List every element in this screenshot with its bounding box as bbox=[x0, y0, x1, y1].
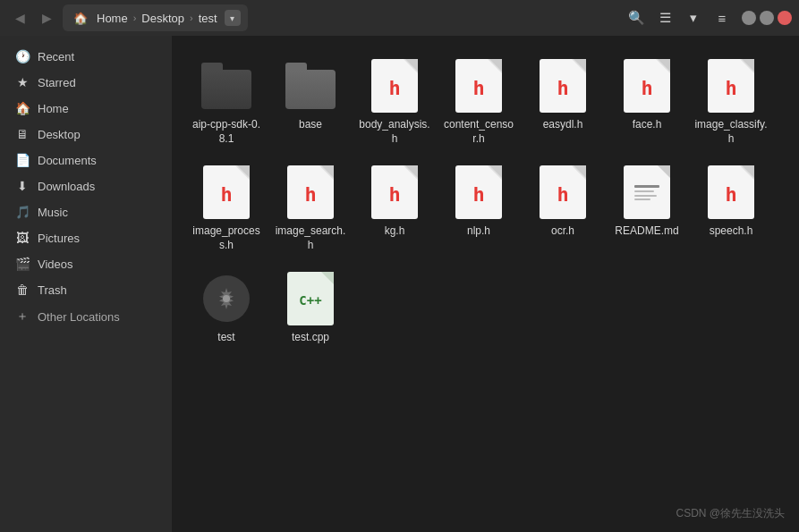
breadcrumb: 🏠 Home › Desktop › test ▾ bbox=[63, 4, 248, 31]
sidebar-label-music: Music bbox=[38, 206, 157, 219]
sidebar-label-downloads: Downloads bbox=[38, 180, 157, 193]
file-name: nlp.h bbox=[467, 224, 490, 239]
h-file-icon: h bbox=[201, 164, 251, 221]
sidebar-item-recent[interactable]: 🕐 Recent bbox=[4, 44, 168, 69]
breadcrumb-desktop[interactable]: Desktop bbox=[138, 10, 188, 27]
home-icon: 🏠 bbox=[14, 101, 30, 115]
file-name: aip-cpp-sdk-0.8.1 bbox=[190, 118, 263, 146]
minimize-button[interactable]: ─ bbox=[742, 11, 756, 25]
file-name: content_censor.h bbox=[442, 118, 515, 146]
file-item[interactable]: h kg.h bbox=[354, 156, 435, 259]
list-view-button[interactable]: ☰ bbox=[652, 5, 677, 30]
file-item[interactable]: h nlp.h bbox=[438, 156, 519, 259]
file-item[interactable]: C++ test.cpp bbox=[270, 263, 351, 352]
h-file-icon: h bbox=[538, 57, 588, 114]
menu-button[interactable]: ≡ bbox=[710, 5, 735, 30]
h-file-icon: h bbox=[538, 164, 588, 221]
svg-rect-1 bbox=[634, 190, 654, 192]
sidebar-item-videos[interactable]: 🎬 Videos bbox=[4, 251, 168, 276]
close-button[interactable]: ✕ bbox=[778, 11, 792, 25]
view-options-button[interactable]: ▾ bbox=[681, 5, 706, 30]
window-controls: ─ □ ✕ bbox=[742, 11, 792, 25]
documents-icon: 📄 bbox=[14, 153, 30, 167]
add-icon: ＋ bbox=[14, 308, 30, 325]
h-file-icon: h bbox=[370, 57, 420, 114]
file-name: ocr.h bbox=[551, 224, 574, 239]
sidebar-item-starred[interactable]: ★ Starred bbox=[4, 70, 168, 95]
videos-icon: 🎬 bbox=[14, 257, 30, 271]
breadcrumb-home[interactable]: Home bbox=[93, 10, 132, 27]
breadcrumb-sep2: › bbox=[190, 13, 193, 23]
pictures-icon: 🖼 bbox=[14, 231, 30, 245]
downloads-icon: ⬇ bbox=[14, 179, 30, 193]
forward-button[interactable]: ▶ bbox=[34, 5, 59, 30]
recent-icon: 🕐 bbox=[14, 49, 30, 63]
exec-file-icon bbox=[201, 270, 251, 327]
h-file-icon: h bbox=[706, 164, 756, 221]
search-button[interactable]: 🔍 bbox=[624, 5, 649, 30]
sidebar-label-videos: Videos bbox=[38, 258, 157, 271]
sidebar-label-desktop: Desktop bbox=[38, 128, 157, 141]
sidebar-item-other-locations[interactable]: ＋ Other Locations bbox=[4, 303, 168, 330]
starred-icon: ★ bbox=[14, 75, 30, 89]
svg-rect-2 bbox=[634, 195, 657, 197]
file-item[interactable]: h speech.h bbox=[691, 156, 771, 259]
file-name: face.h bbox=[633, 118, 662, 132]
file-name: image_search.h bbox=[274, 224, 347, 252]
breadcrumb-test[interactable]: test bbox=[195, 10, 221, 27]
sidebar-item-documents[interactable]: 📄 Documents bbox=[4, 148, 168, 173]
file-name: body_analysis.h bbox=[358, 118, 431, 146]
svg-rect-3 bbox=[634, 198, 650, 200]
folder-dark-icon bbox=[201, 57, 251, 114]
h-file-icon: h bbox=[706, 57, 756, 114]
sidebar-item-trash[interactable]: 🗑 Trash bbox=[4, 277, 168, 302]
sidebar-item-home[interactable]: 🏠 Home bbox=[4, 96, 168, 121]
file-item[interactable]: h image_classify.h bbox=[691, 50, 771, 153]
cpp-file-icon: C++ bbox=[285, 270, 336, 327]
file-item[interactable]: base bbox=[270, 50, 351, 153]
titlebar: ◀ ▶ 🏠 Home › Desktop › test ▾ 🔍 ☰ ▾ ≡ ─ … bbox=[0, 0, 799, 36]
breadcrumb-sep1: › bbox=[133, 13, 137, 23]
md-file-icon bbox=[622, 164, 672, 221]
file-item[interactable]: h easydl.h bbox=[523, 50, 603, 153]
file-name: image_process.h bbox=[190, 224, 263, 252]
file-name: test.cpp bbox=[292, 331, 329, 345]
file-item[interactable]: h ocr.h bbox=[523, 156, 603, 259]
file-item[interactable]: h content_censor.h bbox=[438, 50, 519, 153]
sidebar-label-trash: Trash bbox=[38, 283, 157, 297]
sidebar-item-music[interactable]: 🎵 Music bbox=[4, 199, 168, 224]
sidebar-item-desktop[interactable]: 🖥 Desktop bbox=[4, 122, 168, 147]
sidebar-item-downloads[interactable]: ⬇ Downloads bbox=[4, 173, 168, 198]
main-area: 🕐 Recent ★ Starred 🏠 Home 🖥 Desktop 📄 Do… bbox=[0, 36, 799, 532]
file-name: README.md bbox=[615, 224, 678, 239]
sidebar-label-starred: Starred bbox=[38, 76, 157, 89]
file-item[interactable]: h image_process.h bbox=[186, 156, 267, 259]
sidebar-label-recent: Recent bbox=[38, 50, 157, 63]
file-item[interactable]: h body_analysis.h bbox=[354, 50, 435, 153]
breadcrumb-dropdown-button[interactable]: ▾ bbox=[225, 10, 241, 26]
sidebar-label-pictures: Pictures bbox=[38, 232, 157, 245]
file-item[interactable]: aip-cpp-sdk-0.8.1 bbox=[186, 50, 267, 153]
folder-icon bbox=[285, 57, 336, 114]
h-file-icon: h bbox=[370, 164, 420, 221]
file-name: kg.h bbox=[385, 224, 405, 239]
file-item[interactable]: README.md bbox=[607, 156, 687, 259]
trash-icon: 🗑 bbox=[14, 283, 30, 297]
file-item[interactable]: test bbox=[186, 263, 267, 352]
sidebar-item-pictures[interactable]: 🖼 Pictures bbox=[4, 225, 168, 250]
file-name: image_classify.h bbox=[694, 118, 768, 146]
file-item[interactable]: h image_search.h bbox=[270, 156, 351, 259]
watermark: CSDN @徐先生没洗头 bbox=[676, 506, 785, 521]
sidebar: 🕐 Recent ★ Starred 🏠 Home 🖥 Desktop 📄 Do… bbox=[0, 36, 172, 532]
h-file-icon: h bbox=[285, 164, 336, 221]
file-name: speech.h bbox=[710, 224, 753, 239]
maximize-button[interactable]: □ bbox=[760, 11, 774, 25]
back-button[interactable]: ◀ bbox=[7, 5, 32, 30]
breadcrumb-home-icon[interactable]: 🏠 bbox=[70, 10, 91, 27]
h-file-icon: h bbox=[454, 57, 504, 114]
sidebar-label-home: Home bbox=[38, 102, 157, 115]
h-file-icon: h bbox=[622, 57, 672, 114]
music-icon: 🎵 bbox=[14, 205, 30, 219]
file-name: base bbox=[299, 118, 322, 132]
file-item[interactable]: h face.h bbox=[607, 50, 687, 153]
